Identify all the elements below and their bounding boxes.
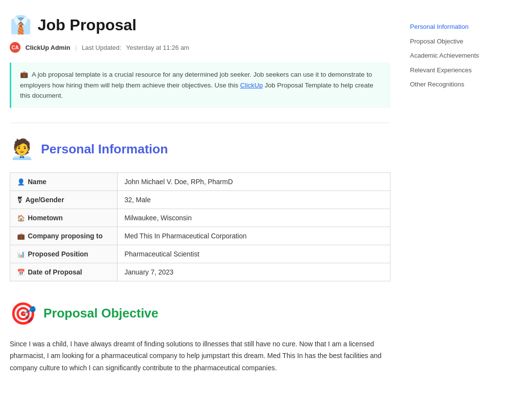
table-cell-value: January 7, 2023	[118, 263, 390, 281]
row-icon: 📊	[17, 251, 25, 258]
table-cell-value: Pharmaceutical Scientist	[118, 245, 390, 263]
row-icon: 🏠	[17, 214, 25, 222]
personal-information-title: Personal Information	[41, 142, 168, 157]
table-cell-value: Med This In Pharmaceutical Corporation	[118, 227, 390, 245]
table-row: 👤Name John Michael V. Doe, RPh, PharmD	[10, 172, 390, 190]
last-updated-value: Yesterday at 11:26 am	[126, 44, 189, 51]
personal-information-section: 🧑‍💼 Personal Information 👤Name John Mich…	[10, 138, 390, 281]
proposal-objective-icon: 🎯	[10, 301, 37, 326]
table-cell-label: 🏠Hometown	[10, 209, 118, 227]
proposal-objective-header: 🎯 Proposal Objective	[10, 301, 390, 326]
sidebar-item-academic-achievements[interactable]: Academic Achievements	[410, 48, 508, 63]
doc-title: Job Proposal	[38, 16, 137, 34]
table-row: 🏠Hometown Milwaukee, Wisconsin	[10, 209, 390, 227]
table-cell-label: 📊Proposed Position	[10, 245, 118, 263]
row-icon: 💼	[17, 233, 25, 240]
table-cell-value: 32, Male	[118, 190, 390, 209]
row-label: Name	[28, 178, 46, 186]
personal-information-table: 👤Name John Michael V. Doe, RPh, PharmD ⚧…	[10, 172, 390, 281]
row-label: Company proposing to	[28, 232, 102, 240]
table-cell-label: 📅Date of Proposal	[10, 263, 118, 281]
row-label: Date of Proposal	[28, 268, 82, 276]
personal-information-icon: 🧑‍💼	[10, 138, 34, 161]
sidebar: Personal InformationProposal ObjectiveAc…	[410, 15, 508, 374]
table-cell-value: John Michael V. Doe, RPh, PharmD	[118, 172, 390, 190]
info-box: 💼 A job proposal template is a crucial r…	[10, 63, 390, 108]
author-name: ClickUp Admin	[25, 44, 70, 51]
row-icon: ⚧	[17, 196, 22, 204]
personal-information-header: 🧑‍💼 Personal Information	[10, 138, 390, 161]
table-row: 📅Date of Proposal January 7, 2023	[10, 263, 390, 281]
avatar: CA	[10, 42, 20, 53]
sidebar-item-proposal-objective[interactable]: Proposal Objective	[410, 34, 508, 49]
proposal-objective-title: Proposal Objective	[43, 306, 159, 321]
sidebar-item-personal-information[interactable]: Personal Information	[410, 20, 508, 34]
row-label: Age/Gender	[25, 196, 64, 204]
table-cell-value: Milwaukee, Wisconsin	[118, 209, 390, 227]
row-label: Hometown	[28, 214, 63, 222]
row-icon: 📅	[17, 269, 25, 276]
meta-separator: |	[75, 44, 77, 51]
last-updated-label: Last Updated:	[82, 44, 121, 51]
table-row: 💼Company proposing to Med This In Pharma…	[10, 227, 390, 245]
table-row: ⚧Age/Gender 32, Male	[10, 190, 390, 209]
sidebar-item-relevant-experiences[interactable]: Relevant Experiences	[410, 63, 508, 78]
doc-title-icon: 👔	[10, 15, 32, 35]
sidebar-nav: Personal InformationProposal ObjectiveAc…	[410, 20, 508, 92]
info-box-icon: 💼	[20, 71, 28, 78]
info-box-link[interactable]: ClickUp	[240, 82, 263, 89]
document-header: 👔 Job Proposal	[10, 15, 390, 35]
sidebar-item-other-recognitions[interactable]: Other Recognitions	[410, 77, 508, 92]
row-label: Proposed Position	[28, 250, 88, 258]
table-row: 📊Proposed Position Pharmaceutical Scient…	[10, 245, 390, 263]
doc-meta: CA ClickUp Admin | Last Updated: Yesterd…	[10, 42, 390, 53]
table-cell-label: ⚧Age/Gender	[10, 190, 118, 209]
proposal-objective-text: Since I was a child, I have always dream…	[10, 338, 390, 374]
table-cell-label: 👤Name	[10, 172, 118, 190]
row-icon: 👤	[17, 178, 25, 186]
section-divider	[10, 123, 390, 123]
proposal-objective-section: 🎯 Proposal Objective Since I was a child…	[10, 301, 390, 374]
table-cell-label: 💼Company proposing to	[10, 227, 118, 245]
